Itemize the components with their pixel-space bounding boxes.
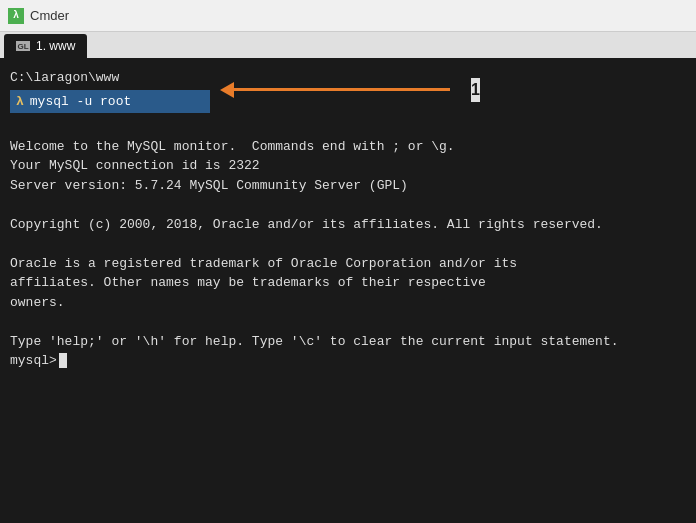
lambda-prompt: λ: [16, 92, 24, 112]
title-bar: λ Cmder: [0, 0, 696, 32]
terminal-cursor: [59, 353, 67, 368]
mysql-prompt-line: mysql>: [10, 351, 686, 371]
app-title: Cmder: [30, 8, 69, 23]
command-box: λ mysql -u root: [10, 90, 210, 114]
mysql-prompt: mysql>: [10, 351, 57, 371]
tab-www[interactable]: GL 1. www: [4, 34, 87, 58]
app-icon: λ: [8, 8, 24, 24]
tab-label: 1. www: [36, 39, 75, 53]
tab-bar: GL 1. www: [0, 32, 696, 60]
tab-icon: GL: [16, 41, 30, 51]
terminal-output: Welcome to the MySQL monitor. Commands e…: [10, 117, 686, 351]
command-line-container: λ mysql -u root 1: [10, 90, 686, 114]
annotation-number: 1: [471, 78, 480, 102]
arrow-line: [230, 88, 450, 91]
path-display: C:\laragon\www: [10, 68, 686, 88]
terminal-area[interactable]: C:\laragon\www λ mysql -u root 1 Welcome…: [0, 60, 696, 523]
arrow-annotation: 1: [230, 88, 450, 91]
arrow-head: [220, 82, 234, 98]
command-text: mysql -u root: [30, 92, 131, 112]
